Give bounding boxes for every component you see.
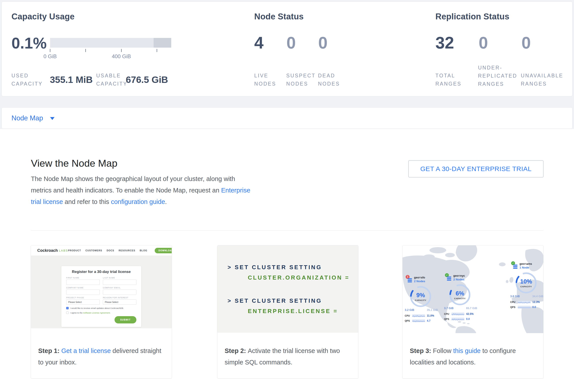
mini-email-updates-checkbox-row: ✓ I would like to receive email updates …	[66, 307, 136, 309]
qps-value: 0.0	[466, 317, 470, 320]
map-node-ams: ✓ geo=ams 1 Node 10% CAPACITY	[506, 261, 543, 312]
total-capacity: 65.7 GiB	[466, 307, 477, 310]
axis-tick	[85, 49, 86, 52]
axis-tick	[157, 49, 157, 52]
cpu-value: 11.0%	[427, 314, 434, 317]
database-icon	[447, 277, 452, 281]
node-count: 1 Node	[519, 266, 532, 269]
node-status-title: Node Status	[254, 12, 304, 21]
mini-license-agreement-checkbox-row: I agree to the Software License Agreemen…	[66, 312, 136, 314]
mini-checkbox1-label: I would like to receive email updates ab…	[70, 307, 124, 309]
description-text: .	[165, 198, 167, 205]
mini-first-name-input	[66, 280, 100, 285]
mini-license-agreement-link: Software License Agreement.	[83, 312, 111, 314]
node-count: 2 Nodes	[414, 280, 425, 283]
used-capacity-value: 355.1 MiB	[50, 75, 93, 85]
axis-tick	[50, 49, 50, 52]
total-ranges-label: TOTAL RANGES	[435, 72, 465, 88]
mini-nav-docs: DOCS	[107, 249, 114, 252]
sql-line: > SET CLUSTER SETTING	[227, 264, 358, 271]
step-number: Step 1:	[38, 347, 61, 354]
step1-caption: Step 1: Get a trial license delivered st…	[38, 345, 169, 368]
mini-project-phase-select: Please Select	[66, 299, 100, 305]
mini-site-nav: PRODUCT CUSTOMERS DOCS RESOURCES BLOG DO…	[68, 248, 172, 253]
database-icon	[408, 278, 412, 283]
checkbox-checked-icon: ✓	[66, 307, 69, 309]
usable-capacity-value: 676.5 GiB	[126, 75, 168, 85]
step1-card: Cockroach LABS PRODUCT CUSTOMERS DOCS RE…	[31, 245, 172, 378]
total-ranges-value: 32	[435, 33, 454, 52]
node-map-content-panel: View the Node Map The Node Map shows the…	[0, 129, 574, 392]
sql-line: CLUSTER.ORGANIZATION =	[248, 274, 358, 281]
suspect-nodes-label: SUSPECT NODES	[286, 72, 316, 88]
usable-capacity-label: USABLE CAPACITY	[96, 72, 127, 88]
qps-value: 0.0	[532, 306, 536, 309]
mini-field-label: REASON FOR INTEREST	[103, 297, 136, 299]
enterprise-trial-license-link[interactable]: Enterprise	[221, 187, 250, 194]
capacity-gauge: 9% CAPACITY	[409, 285, 432, 308]
total-capacity: 34.4 GiB	[532, 295, 543, 298]
sql-line: ENTERPRISE.LICENSE =	[248, 308, 358, 315]
mini-field-label: COMPANY EMAIL	[103, 287, 136, 289]
step-number: Step 3:	[410, 347, 433, 354]
used-capacity: 3.7 GiB	[444, 307, 453, 310]
mini-field-label: LAST NAME	[103, 277, 136, 279]
axis-label-400: 400 GiB	[104, 53, 139, 59]
axis-tick	[121, 49, 122, 52]
capacity-percent: 9%	[416, 292, 425, 299]
cpu-value: 42.5%	[466, 312, 473, 316]
qps-sparkline	[518, 306, 531, 308]
cpu-sparkline	[518, 301, 531, 303]
locality-name: geo=sfo	[414, 276, 425, 279]
mini-field-label: PROJECT PHASE	[66, 297, 100, 299]
node-map-selector-label[interactable]: Node Map	[11, 114, 43, 122]
mini-checkbox2-label: I agree to the Software License Agreemen…	[70, 312, 111, 314]
mini-field-label: COMPANY NAME	[66, 287, 100, 289]
section-divider	[31, 230, 543, 231]
chevron-down-icon	[50, 117, 55, 120]
used-capacity: 3.6 GiB	[510, 295, 520, 298]
mini-site-header: Cockroach LABS PRODUCT CUSTOMERS DOCS RE…	[31, 245, 172, 256]
suspect-nodes-value: 0	[287, 33, 296, 52]
step2-caption: Step 2: Activate the trial license with …	[225, 345, 355, 368]
sql-line: > SET CLUSTER SETTING	[227, 298, 358, 304]
configuration-guide-link[interactable]: configuration guide	[111, 198, 165, 205]
description-text: and refer to this	[63, 198, 111, 205]
step-number: Step 2:	[225, 347, 248, 354]
cluster-overview-page: Capacity Usage 0.1% 0 GiB 400 GiB USED C…	[0, 0, 574, 392]
step3-card: 1 geo=sfo 2 Nodes 9% CAPACITY	[402, 245, 544, 378]
capacity-gauge: 10% CAPACITY	[515, 271, 538, 294]
get-enterprise-trial-button[interactable]: GET A 30-DAY ENTERPRISE TRIAL	[408, 160, 544, 177]
this-guide-link[interactable]: this guide	[453, 347, 481, 354]
step3-caption: Step 3: Follow this guide to configure l…	[410, 345, 541, 368]
mini-registration-form: Register for a 30-day trial license FIRS…	[61, 266, 141, 327]
mini-submit-button: SUBMIT	[115, 316, 136, 323]
checkbox-empty-icon	[66, 312, 69, 314]
live-nodes-value: 4	[254, 33, 264, 52]
node-map-selector[interactable]: Node Map	[1, 107, 573, 129]
mini-company-email-input	[103, 289, 136, 295]
capacity-usage-bar	[50, 38, 171, 48]
database-icon	[513, 264, 518, 269]
map-node-nyc: ✓ geo=nyc 2 Nodes 6% CAPACITY	[445, 273, 482, 324]
used-capacity-label: USED CAPACITY	[11, 72, 41, 88]
mini-reason-select: Please Select	[103, 299, 136, 305]
qps-sparkline	[412, 319, 425, 322]
mini-download-button: DOWNLOAD	[155, 248, 172, 253]
used-capacity: 3.2 GiB	[405, 308, 414, 312]
live-nodes-label: LIVE NODES	[254, 72, 281, 88]
capacity-usage-title: Capacity Usage	[11, 12, 75, 21]
enterprise-trial-license-link[interactable]: trial license	[31, 198, 63, 205]
capacity-percent: 0.1%	[11, 34, 47, 52]
sql-code-block: > SET CLUSTER SETTING CLUSTER.ORGANIZATI…	[217, 245, 358, 333]
axis-label-0: 0 GiB	[32, 53, 68, 59]
mini-nav-customers: CUSTOMERS	[85, 249, 102, 252]
cpu-value: 12.3%	[532, 300, 540, 304]
qps-sparkline	[451, 318, 464, 320]
capacity-percent: 6%	[455, 290, 464, 297]
mini-site-logo-text: Cockroach	[37, 248, 58, 253]
qps-value: 4.7	[427, 319, 430, 322]
get-trial-license-link[interactable]: Get a trial license	[61, 347, 111, 354]
under-replicated-ranges-value: 0	[479, 33, 488, 52]
mini-form-title: Register for a 30-day trial license	[66, 270, 136, 274]
